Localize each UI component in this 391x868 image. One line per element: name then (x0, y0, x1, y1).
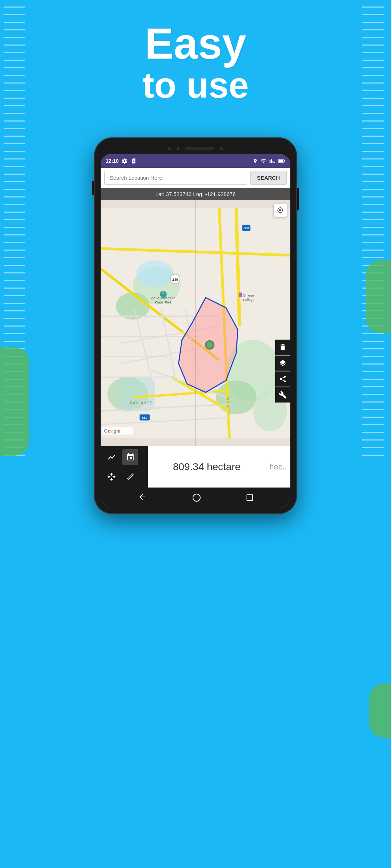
coordinates-text: Lat: 37.523746 Lng: -121.928676 (155, 191, 236, 197)
search-button[interactable]: SEARCH (250, 171, 287, 185)
bg-decoration-right (355, 0, 391, 868)
svg-rect-45 (239, 293, 242, 297)
bg-island-left (0, 347, 29, 456)
search-input[interactable] (104, 171, 247, 185)
area-tool[interactable] (122, 449, 138, 465)
svg-rect-10 (118, 377, 155, 411)
sensor-dot2 (220, 147, 223, 150)
back-button[interactable] (138, 493, 147, 503)
crosshair-icon (277, 207, 284, 214)
svg-text:Ohlone: Ohlone (243, 294, 254, 297)
phone-screen: 12:10 (101, 154, 290, 507)
phone-body: 12:10 (94, 137, 297, 514)
layers-button[interactable] (275, 356, 290, 371)
tool-row-top (104, 449, 145, 465)
crosshair-vertical (196, 200, 196, 446)
layers-icon (279, 359, 287, 367)
svg-rect-1 (278, 160, 283, 162)
svg-text:880: 880 (142, 416, 148, 420)
status-bar: 12:10 (101, 154, 290, 168)
header-section: Easy to use (0, 22, 391, 105)
phone-notch (101, 144, 290, 154)
svg-point-40 (207, 342, 213, 348)
svg-text:BAYLANDS: BAYLANDS (130, 401, 152, 405)
home-button[interactable] (193, 494, 201, 502)
sensor-dot (177, 147, 180, 150)
measurement-value: 809.34 hectare (148, 446, 266, 488)
line-chart-icon (107, 453, 116, 461)
ruler-icon (126, 472, 135, 481)
svg-text:College: College (243, 298, 255, 302)
header-line2: to use (0, 65, 391, 105)
phone-mockup: 12:10 (94, 137, 297, 514)
status-time: 12:10 (106, 158, 119, 164)
svg-point-7 (216, 380, 256, 414)
wrench-icon (279, 391, 287, 399)
volume-button (92, 181, 94, 195)
coordinates-bar: Lat: 37.523746 Lng: -121.928676 (101, 188, 290, 200)
front-camera (168, 147, 171, 150)
ruler-tool[interactable] (122, 469, 138, 485)
header-line1: Easy (0, 22, 391, 65)
unit-short-text: hec.. (269, 462, 287, 471)
svg-text:Water Park: Water Park (155, 301, 172, 304)
svg-point-5 (116, 293, 150, 320)
share-button[interactable] (275, 371, 290, 387)
status-left: 12:10 (106, 158, 136, 164)
svg-text:Aqua Adventure: Aqua Adventure (151, 297, 176, 300)
area-icon (126, 453, 135, 461)
svg-text:Google: Google (104, 428, 120, 434)
measurement-unit-short: hec.. (266, 459, 290, 475)
tool-row-bottom (104, 469, 145, 485)
tool-palette (101, 446, 148, 488)
my-location-button[interactable] (274, 204, 287, 217)
svg-text:238: 238 (172, 278, 178, 281)
delete-button[interactable] (275, 340, 290, 355)
svg-rect-2 (284, 160, 285, 162)
location-icon (253, 158, 258, 163)
bg-island-right-bottom (369, 684, 391, 738)
share-icon (279, 375, 287, 383)
draw-line-tool[interactable] (104, 449, 119, 465)
sim-icon (130, 158, 136, 164)
navigation-bar (101, 488, 290, 507)
status-icons-right (253, 158, 285, 164)
bg-island-right-top (366, 260, 391, 333)
map-right-toolbar (275, 340, 290, 403)
search-bar: SEARCH (101, 168, 290, 188)
speaker-grille (185, 147, 214, 150)
svg-text:680: 680 (244, 226, 249, 230)
measurement-text: 809.34 hectare (173, 461, 241, 473)
move-tool[interactable] (104, 469, 119, 485)
power-button (297, 188, 299, 210)
settings-button[interactable] (275, 387, 290, 403)
svg-point-11 (136, 260, 173, 288)
trash-icon (279, 343, 287, 351)
svg-text:⛵: ⛵ (162, 291, 165, 294)
recents-button[interactable] (247, 494, 253, 501)
battery-icon (278, 158, 285, 164)
gear-icon (122, 158, 127, 164)
wifi-icon (261, 158, 266, 164)
map-view[interactable]: Mission Blvd 680 238 880 (101, 200, 290, 446)
move-icon (107, 472, 116, 481)
bottom-panel: 809.34 hectare hec.. (101, 446, 290, 488)
signal-icon (269, 158, 275, 164)
back-icon (138, 493, 147, 501)
